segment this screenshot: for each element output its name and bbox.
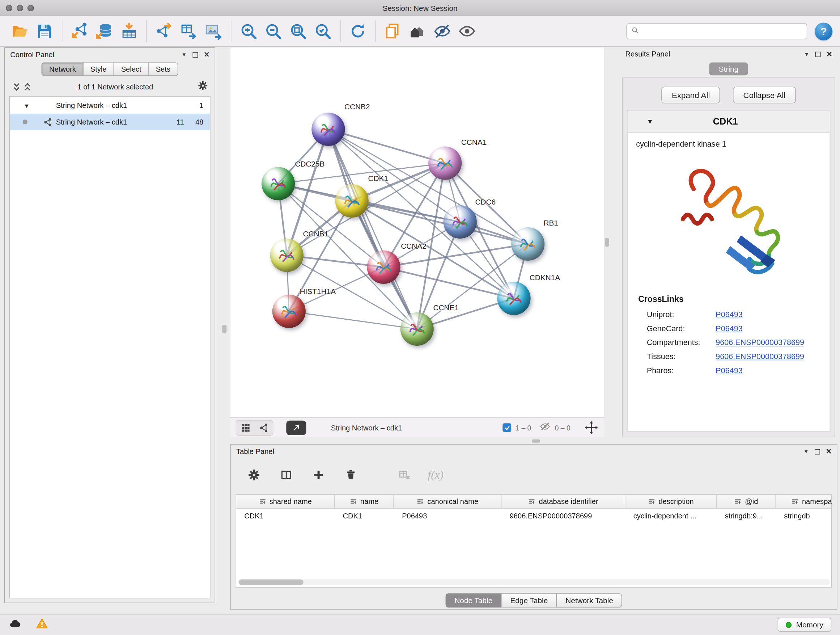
tab-select[interactable]: Select	[114, 63, 149, 76]
gear-icon[interactable]	[245, 466, 264, 485]
export-view-icon[interactable]	[286, 420, 306, 435]
tab-edge-table[interactable]: Edge Table	[501, 593, 557, 608]
network-canvas[interactable]: CCNB2CCNA1CDC25BCDK1CDC6RB1CCNB1CCNA2CDK…	[231, 48, 604, 417]
left-splitter-handle[interactable]	[222, 325, 226, 333]
crosslink-value-link[interactable]: 9606.ENSP00000378699	[715, 352, 804, 361]
share-network-icon[interactable]	[255, 420, 273, 435]
fit-selected-crosshair-icon[interactable]	[584, 421, 598, 435]
zoom-selected-icon[interactable]	[310, 19, 335, 43]
warning-icon[interactable]	[35, 617, 49, 632]
export-image-icon[interactable]	[201, 19, 226, 43]
right-splitter-handle[interactable]	[605, 238, 609, 247]
collapse-all-button[interactable]: Collapse All	[733, 87, 796, 103]
table-cell[interactable]: stringdb	[776, 509, 832, 524]
zoom-out-icon[interactable]	[261, 19, 286, 43]
scrollbar-thumb[interactable]	[239, 580, 303, 585]
open-session-icon[interactable]	[8, 19, 32, 43]
import-network-from-file-icon[interactable]	[67, 19, 92, 43]
column-header-name[interactable]: name	[335, 495, 394, 508]
tab-node-table[interactable]: Node Table	[445, 593, 502, 608]
memory-button[interactable]: Memory	[778, 618, 831, 632]
section-disclosure-icon[interactable]: ▼	[647, 118, 653, 125]
network-options-gear-icon[interactable]	[197, 80, 208, 93]
network-edge[interactable]	[384, 267, 514, 298]
refresh-view-icon[interactable]	[346, 19, 370, 43]
network-node-CCNA1[interactable]	[428, 147, 462, 180]
close-panel-icon[interactable]: ×	[827, 50, 832, 57]
expand-all-button[interactable]: Expand All	[662, 87, 720, 103]
clone-network-icon[interactable]	[177, 19, 201, 43]
table-horizontal-scrollbar[interactable]	[238, 579, 829, 585]
table-cell[interactable]: stringdb:9...	[717, 509, 776, 524]
gene-section-header[interactable]: ▼ CDK1	[627, 111, 829, 133]
tab-style[interactable]: Style	[83, 63, 114, 76]
selected-checkbox-icon[interactable]	[503, 423, 512, 432]
float-panel-icon[interactable]	[193, 52, 198, 57]
search-input[interactable]	[643, 27, 802, 35]
network-node-HIST1H1A[interactable]	[272, 295, 306, 328]
collapse-panel-icon[interactable]: ▼	[804, 51, 810, 57]
network-row[interactable]: String Network – cdk1 11 48	[10, 114, 210, 130]
columns-icon[interactable]	[277, 466, 295, 485]
table-cell[interactable]: cyclin-dependent ...	[625, 509, 717, 524]
collapse-panel-icon[interactable]: ▼	[804, 448, 809, 454]
network-node-CCNA2[interactable]	[367, 250, 400, 284]
hide-graphics-details-icon[interactable]	[430, 19, 455, 43]
column-header-database-identifier[interactable]: database identifier	[501, 495, 625, 508]
crosslink-value-link[interactable]: 9606.ENSP00000378699	[715, 338, 804, 347]
network-edge[interactable]	[328, 129, 417, 329]
birdseye-grid-icon[interactable]	[236, 420, 255, 435]
column-header-namespac[interactable]: namespac	[776, 495, 832, 508]
network-node-CCNB1[interactable]	[270, 239, 303, 272]
tab-sets[interactable]: Sets	[148, 63, 178, 76]
table-row[interactable]: CDK1CDK1P064939606.ENSP00000378699cyclin…	[236, 509, 831, 524]
horizontal-splitter[interactable]	[231, 437, 837, 444]
column-header--id[interactable]: @id	[717, 495, 776, 508]
network-node-CDK1[interactable]	[335, 184, 369, 218]
delete-row-icon[interactable]	[342, 466, 360, 485]
expand-all-networks-icon[interactable]	[22, 82, 33, 92]
crosslink-value-link[interactable]: P06493	[715, 366, 742, 375]
import-table-from-file-icon[interactable]	[117, 19, 141, 43]
window-zoom-button[interactable]	[27, 5, 34, 11]
zoom-in-icon[interactable]	[236, 19, 261, 43]
network-collection-row[interactable]: ▼ String Network – cdk1 1	[10, 97, 210, 114]
save-session-icon[interactable]	[32, 19, 57, 43]
tab-network-table[interactable]: Network Table	[556, 593, 622, 608]
table-cell[interactable]: CDK1	[236, 509, 335, 524]
column-header-description[interactable]: description	[625, 495, 717, 508]
network-node-CCNE1[interactable]	[401, 312, 434, 346]
crosslink-value-link[interactable]: P06493	[715, 310, 742, 319]
table-cell[interactable]: 9606.ENSP00000378699	[501, 509, 625, 524]
add-row-icon[interactable]	[309, 466, 328, 485]
crosslink-value-link[interactable]: P06493	[715, 324, 742, 333]
close-panel-icon[interactable]: ×	[204, 51, 210, 58]
network-node-CCNB2[interactable]	[311, 112, 345, 146]
new-network-from-selection-icon[interactable]	[152, 19, 176, 43]
table-cell[interactable]: CDK1	[335, 509, 394, 524]
help-button[interactable]: ?	[815, 22, 832, 40]
column-header-shared-name[interactable]: shared name	[236, 495, 335, 508]
tab-network[interactable]: Network	[42, 63, 83, 76]
collapse-panel-icon[interactable]: ▼	[182, 52, 187, 57]
duplicate-window-icon[interactable]	[381, 19, 405, 43]
column-header-canonical-name[interactable]: canonical name	[394, 495, 502, 508]
cloud-icon[interactable]	[9, 617, 22, 632]
network-node-CDC25B[interactable]	[262, 167, 295, 200]
float-panel-icon[interactable]	[815, 449, 820, 454]
network-edge[interactable]	[328, 129, 445, 163]
network-node-RB1[interactable]	[511, 227, 545, 261]
home-icon[interactable]	[405, 19, 430, 43]
collapse-all-networks-icon[interactable]	[11, 82, 22, 92]
network-node-CDKN1A[interactable]	[497, 282, 531, 315]
close-panel-icon[interactable]: ×	[826, 448, 831, 455]
import-network-from-database-icon[interactable]	[92, 19, 117, 43]
show-graphics-details-icon[interactable]	[455, 19, 479, 43]
window-minimize-button[interactable]	[17, 5, 23, 11]
float-panel-icon[interactable]	[815, 51, 821, 57]
tab-string[interactable]: String	[709, 63, 748, 76]
window-close-button[interactable]	[6, 5, 12, 11]
zoom-fit-icon[interactable]	[286, 19, 310, 43]
network-node-CDC6[interactable]	[444, 205, 477, 239]
table-cell[interactable]: P06493	[394, 509, 502, 524]
